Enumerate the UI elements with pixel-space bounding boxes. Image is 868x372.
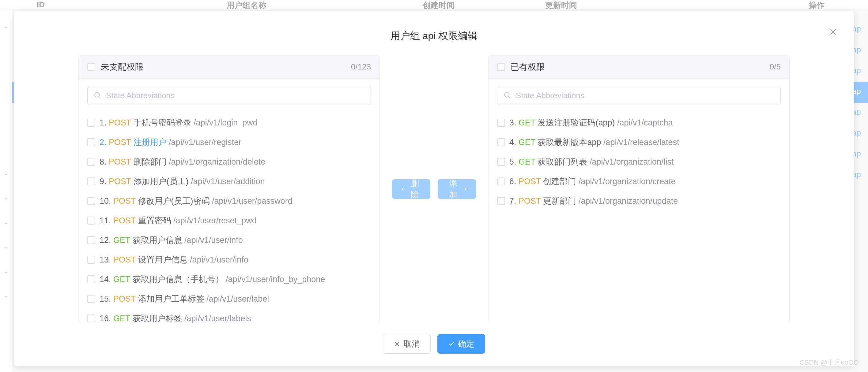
list-item[interactable]: 4. GET 获取最新版本app /api/v1/release/latest [497,132,785,152]
assigned-search-wrap [489,79,789,111]
item-text: 6. POST 创建部门 /api/v1/organization/create [509,176,676,187]
assigned-title: 已有权限 [510,61,770,73]
list-item[interactable]: 15. POST 添加用户工单标签 /api/v1/user/label [87,289,375,309]
confirm-label: 确定 [458,338,474,349]
item-checkbox[interactable] [87,275,95,283]
unassigned-title: 未支配权限 [101,61,351,73]
item-checkbox[interactable] [497,158,505,166]
item-text: 2. POST 注册用户 /api/v1/user/register [99,137,241,148]
list-item[interactable]: 5. GET 获取部门列表 /api/v1/organization/list [497,152,785,172]
list-item[interactable]: 8. POST 删除部门 /api/v1/organization/delete [87,152,375,172]
item-checkbox[interactable] [87,138,95,146]
close-icon [829,28,837,36]
unassigned-count: 0/123 [351,62,371,72]
remove-button[interactable]: 删除 [392,179,430,199]
add-button[interactable]: 添加 [438,179,476,199]
list-item[interactable]: 3. GET 发送注册验证码(app) /api/v1/captcha [497,113,785,132]
unassigned-panel: 未支配权限 0/123 1. POST 手机号密码登录 /api/v1/logi… [79,55,380,323]
assigned-panel: 已有权限 0/5 3. GET 发送注册验证码(app) /api/v1/cap… [488,55,789,323]
unassigned-header: 未支配权限 0/123 [79,55,379,79]
item-text: 14. GET 获取用户信息（手机号） /api/v1/user/info_by… [99,274,325,285]
item-text: 8. POST 删除部门 /api/v1/organization/delete [99,156,265,167]
item-checkbox[interactable] [87,119,95,127]
item-checkbox[interactable] [87,295,95,303]
item-text: 3. GET 发送注册验证码(app) /api/v1/captcha [509,117,673,128]
unassigned-search-wrap [79,79,379,111]
list-item[interactable]: 11. POST 重置密码 /api/v1/user/reset_pwd [87,211,375,230]
transfer-buttons: 删除 添加 [392,179,476,199]
item-checkbox[interactable] [87,158,95,166]
modal-footer: 取消 确定 [79,323,789,353]
item-checkbox[interactable] [87,256,95,264]
item-text: 15. POST 添加用户工单标签 /api/v1/user/label [99,293,269,304]
assigned-search-box[interactable] [497,86,781,105]
list-item[interactable]: 12. GET 获取用户信息 /api/v1/user/info [87,230,375,250]
item-text: 10. POST 修改用户(员工)密码 /api/v1/user/passwor… [99,196,292,206]
unassigned-list[interactable]: 1. POST 手机号密码登录 /api/v1/login_pwd2. POST… [79,111,379,323]
list-item[interactable]: 14. GET 获取用户信息（手机号） /api/v1/user/info_by… [87,270,375,289]
item-text: 4. GET 获取最新版本app /api/v1/release/latest [509,137,679,148]
item-checkbox[interactable] [87,216,95,225]
unassigned-search-input[interactable] [106,91,365,100]
item-text: 11. POST 重置密码 /api/v1/user/reset_pwd [99,215,257,226]
item-checkbox[interactable] [497,119,505,127]
item-text: 1. POST 手机号密码登录 /api/v1/login_pwd [99,117,257,128]
item-text: 12. GET 获取用户信息 /api/v1/user/info [99,235,243,246]
item-text: 13. POST 设置用户信息 /api/v1/user/info [99,254,248,265]
check-icon [448,340,455,347]
assigned-count: 0/5 [770,62,781,72]
svg-point-0 [95,92,99,97]
list-item[interactable]: 6. POST 创建部门 /api/v1/organization/create [497,172,785,191]
item-checkbox[interactable] [497,177,505,185]
list-item[interactable]: 16. GET 获取用户标签 /api/v1/user/labels [87,309,375,323]
item-checkbox[interactable] [497,197,505,205]
cancel-button[interactable]: 取消 [383,334,431,353]
search-icon [94,92,102,99]
list-item[interactable]: 1. POST 手机号密码登录 /api/v1/login_pwd [87,113,375,132]
assigned-search-input[interactable] [516,91,774,100]
close-button[interactable] [828,26,839,37]
item-text: 5. GET 获取部门列表 /api/v1/organization/list [509,156,674,167]
item-text: 9. POST 添加用户(员工) /api/v1/user/addition [99,176,265,187]
search-icon [503,92,512,99]
item-text: 7. POST 更新部门 /api/v1/organization/update [509,196,678,206]
cancel-label: 取消 [403,338,420,349]
assigned-header: 已有权限 0/5 [489,55,789,79]
unassigned-search-box[interactable] [87,86,371,105]
item-checkbox[interactable] [87,236,95,244]
select-all-unassigned-checkbox[interactable] [87,63,95,71]
item-text: 16. GET 获取用户标签 /api/v1/user/labels [99,313,251,323]
svg-point-1 [504,92,509,97]
item-checkbox[interactable] [87,197,95,205]
item-checkbox[interactable] [87,177,95,185]
chevron-right-icon [463,186,467,192]
item-checkbox[interactable] [87,314,95,323]
list-item[interactable]: 13. POST 设置用户信息 /api/v1/user/info [87,250,375,270]
transfer-container: 未支配权限 0/123 1. POST 手机号密码登录 /api/v1/logi… [79,55,789,323]
add-label: 添加 [446,178,460,200]
watermark: CSDN @十月ooOO [800,358,859,367]
chevron-left-icon [401,186,405,192]
list-item[interactable]: 10. POST 修改用户(员工)密码 /api/v1/user/passwor… [87,191,375,211]
permission-modal: 用户组 api 权限编辑 未支配权限 0/123 1. POST 手机号密码登录… [14,11,854,366]
close-icon [394,340,400,347]
list-item[interactable]: 7. POST 更新部门 /api/v1/organization/update [497,191,785,211]
confirm-button[interactable]: 确定 [437,334,485,353]
list-item[interactable]: 9. POST 添加用户(员工) /api/v1/user/addition [87,172,375,191]
item-checkbox[interactable] [497,138,505,146]
modal-title: 用户组 api 权限编辑 [79,29,789,43]
remove-label: 删除 [408,178,422,200]
list-item[interactable]: 2. POST 注册用户 /api/v1/user/register [87,132,375,152]
select-all-assigned-checkbox[interactable] [497,63,505,71]
assigned-list[interactable]: 3. GET 发送注册验证码(app) /api/v1/captcha4. GE… [489,111,789,323]
